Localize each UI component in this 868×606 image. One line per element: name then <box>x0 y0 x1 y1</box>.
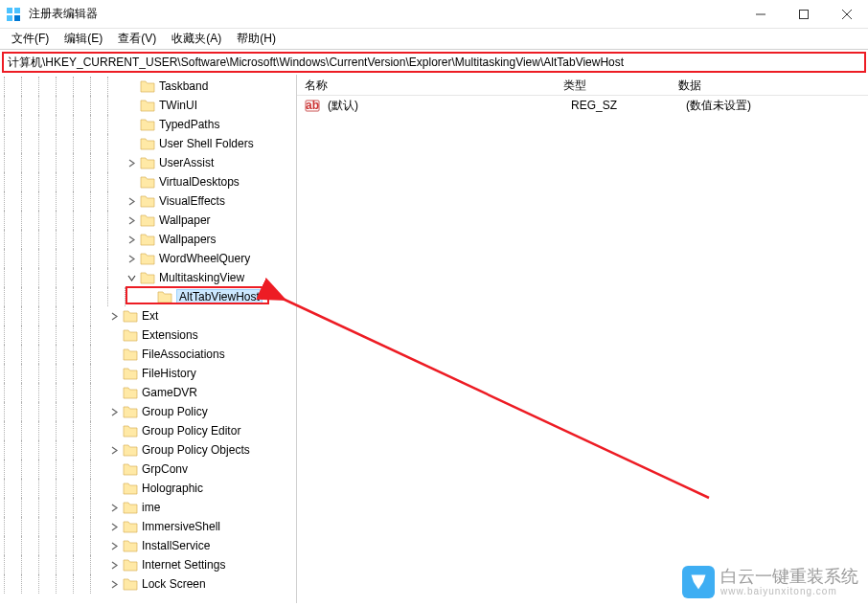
expander-icon <box>125 79 138 93</box>
expander-icon[interactable] <box>125 271 138 284</box>
expander-icon[interactable] <box>107 558 121 572</box>
tree-item-internet-settings[interactable]: Internet Settings <box>0 555 296 574</box>
expander-icon[interactable] <box>125 252 138 265</box>
expander-icon <box>107 367 121 380</box>
tree-item-virtualdesktops[interactable]: VirtualDesktops <box>0 172 296 191</box>
value-data: (数值未设置) <box>682 98 868 114</box>
expander-icon[interactable] <box>107 405 121 418</box>
tree-item-lock-screen[interactable]: Lock Screen <box>0 574 296 594</box>
tree-label: TypedPaths <box>159 118 219 131</box>
tree-label: Extensions <box>142 328 198 342</box>
tree-item-multitaskingview[interactable]: MultitaskingView <box>0 268 296 287</box>
menu-edit[interactable]: 编辑(E) <box>57 29 110 49</box>
expander-icon[interactable] <box>125 233 138 246</box>
tree-label: Ext <box>142 309 158 323</box>
tree-label: GameDVR <box>142 386 197 399</box>
expander-icon[interactable] <box>107 501 121 514</box>
expander-icon <box>107 482 121 495</box>
tree-label: VirtualDesktops <box>159 175 240 189</box>
watermark-sub: www.baiyunxitong.com <box>720 586 858 596</box>
address-bar[interactable]: 计算机\HKEY_CURRENT_USER\Software\Microsoft… <box>2 52 866 73</box>
folder-icon <box>123 348 138 361</box>
col-header-type[interactable]: 类型 <box>556 75 671 95</box>
col-header-data[interactable]: 数据 <box>671 75 868 95</box>
list-header: 名称 类型 数据 <box>297 75 868 96</box>
svg-rect-5 <box>799 11 808 19</box>
tree-label: TWinUI <box>159 99 197 112</box>
tree-item-group-policy-objects[interactable]: Group Policy Objects <box>0 440 296 460</box>
expander-icon[interactable] <box>107 539 121 552</box>
expander-icon[interactable] <box>107 577 121 591</box>
folder-icon <box>140 99 155 112</box>
tree-item-typedpaths[interactable]: TypedPaths <box>0 115 296 134</box>
folder-icon <box>123 558 138 572</box>
tree-label: FileAssociations <box>142 348 225 361</box>
tree-item-group-policy[interactable]: Group Policy <box>0 402 296 421</box>
tree-item-holographic[interactable]: Holographic <box>0 479 296 498</box>
tree-pane[interactable]: TaskbandTWinUITypedPathsUser Shell Folde… <box>0 75 297 603</box>
folder-icon <box>140 252 155 265</box>
value-name: (默认) <box>324 98 567 114</box>
expander-icon[interactable] <box>125 213 138 227</box>
tree-item-ime[interactable]: ime <box>0 498 296 517</box>
tree-item-user-shell-folders[interactable]: User Shell Folders <box>0 134 296 153</box>
tree-label: UserAssist <box>159 156 214 169</box>
tree-label: MultitaskingView <box>159 271 244 284</box>
tree-item-filehistory[interactable]: FileHistory <box>0 364 296 383</box>
expander-icon <box>107 386 121 399</box>
folder-icon <box>123 482 138 495</box>
folder-icon <box>123 501 138 514</box>
tree-item-twinui[interactable]: TWinUI <box>0 96 296 115</box>
tree-item-grpconv[interactable]: GrpConv <box>0 460 296 479</box>
svg-rect-1 <box>14 8 20 13</box>
tree-item-gamedvr[interactable]: GameDVR <box>0 383 296 402</box>
tree-label: Taskband <box>159 79 208 93</box>
tree-item-ext[interactable]: Ext <box>0 306 296 325</box>
svg-rect-2 <box>7 15 12 21</box>
tree-item-visualeffects[interactable]: VisualEffects <box>0 191 296 211</box>
expander-icon[interactable] <box>107 443 121 457</box>
tree-item-wordwheelquery[interactable]: WordWheelQuery <box>0 249 296 268</box>
minimize-button[interactable] <box>739 0 782 29</box>
folder-icon <box>123 424 138 438</box>
expander-icon <box>107 328 121 342</box>
folder-icon <box>123 577 138 591</box>
tree-item-fileassociations[interactable]: FileAssociations <box>0 345 296 364</box>
tree-item-group-policy-editor[interactable]: Group Policy Editor <box>0 421 296 440</box>
tree-item-wallpapers[interactable]: Wallpapers <box>0 230 296 249</box>
folder-icon <box>140 175 155 189</box>
close-button[interactable] <box>825 0 868 29</box>
expander-icon[interactable] <box>107 309 121 323</box>
expander-icon[interactable] <box>125 156 138 169</box>
menu-help[interactable]: 帮助(H) <box>229 29 284 49</box>
svg-rect-3 <box>14 15 20 21</box>
tree-label: ImmersiveShell <box>142 520 220 533</box>
expander-icon[interactable] <box>125 194 138 208</box>
tree: TaskbandTWinUITypedPathsUser Shell Folde… <box>0 75 296 595</box>
tree-item-extensions[interactable]: Extensions <box>0 325 296 345</box>
tree-item-installservice[interactable]: InstallService <box>0 536 296 555</box>
tree-item-userassist[interactable]: UserAssist <box>0 153 296 172</box>
list-pane[interactable]: 名称 类型 数据 ab(默认)REG_SZ(数值未设置) <box>297 75 868 603</box>
tree-item-taskband[interactable]: Taskband <box>0 77 296 96</box>
tree-label: WordWheelQuery <box>159 252 250 265</box>
highlight-annotation <box>126 286 269 304</box>
watermark-text: 白云一键重装系统 <box>720 568 858 587</box>
menubar: 文件(F) 编辑(E) 查看(V) 收藏夹(A) 帮助(H) <box>0 29 868 50</box>
maximize-button[interactable] <box>782 0 825 29</box>
titlebar: 注册表编辑器 <box>0 0 868 29</box>
tree-item-wallpaper[interactable]: Wallpaper <box>0 211 296 230</box>
svg-rect-0 <box>7 8 12 13</box>
folder-icon <box>123 309 138 323</box>
expander-icon <box>107 424 121 438</box>
menu-view[interactable]: 查看(V) <box>110 29 164 49</box>
tree-item-immersiveshell[interactable]: ImmersiveShell <box>0 517 296 536</box>
menu-file[interactable]: 文件(F) <box>4 29 57 49</box>
expander-icon[interactable] <box>107 520 121 533</box>
tree-label: Group Policy Objects <box>142 443 250 457</box>
list-row[interactable]: ab(默认)REG_SZ(数值未设置) <box>297 96 868 115</box>
main-area: TaskbandTWinUITypedPathsUser Shell Folde… <box>0 75 868 603</box>
col-header-name[interactable]: 名称 <box>297 75 556 95</box>
expander-icon <box>107 348 121 361</box>
menu-favorites[interactable]: 收藏夹(A) <box>164 29 229 49</box>
